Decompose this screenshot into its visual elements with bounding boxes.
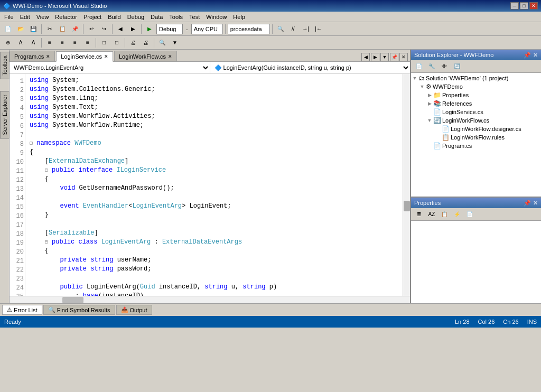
tb2-btn9[interactable]: □ [111,38,123,48]
platform-dropdown[interactable]: Any CPU [191,24,223,34]
menu-help[interactable]: Help [230,13,248,21]
toolbox-tab[interactable]: Toolbox [0,52,10,79]
tree-properties[interactable]: ▶ 📁 Properties [412,91,540,99]
props-property-pages[interactable]: 📄 [464,209,475,220]
expand-properties[interactable]: ▶ [427,92,432,98]
cut-button[interactable]: ✂ [44,24,55,34]
menu-edit[interactable]: Edit [17,13,33,21]
code-content[interactable]: using System; using System.Collections.G… [25,74,403,296]
redo-button[interactable]: ↪ [98,24,110,34]
tab-loginservice-cs-close[interactable]: ✕ [104,54,108,59]
se-refresh-btn[interactable]: 🔄 [451,61,463,72]
indent-button[interactable]: →| [300,24,312,34]
output-tab[interactable]: 📤 Output [116,305,152,315]
navigate-forward-button[interactable]: ▶ [127,24,139,34]
se-props-btn[interactable]: 🔧 [426,61,437,72]
open-file-button[interactable]: 📂 [15,24,26,34]
status-ln: Ln 28 [455,319,470,325]
error-list-tab[interactable]: ⚠ Error List [2,305,42,315]
expand-solution[interactable]: ▼ [412,76,417,81]
tab-loginworkflow-cs[interactable]: LoginWorkFlow.cs ✕ [114,51,177,61]
menu-build[interactable]: Build [105,13,124,21]
tb2-btn4[interactable]: ≡ [44,38,55,48]
props-categorized[interactable]: ≣ [413,209,425,220]
save-button[interactable]: 💾 [27,24,39,34]
tree-solution[interactable]: ▼ 🗂 Solution 'WWFDemo' (1 project) [412,74,540,82]
editor-hscroll[interactable] [10,296,410,303]
tree-loginworkflow[interactable]: ▼ 🔄 LoginWorkFlow.cs [412,116,540,125]
window-title: WWFDemo - Microsoft Visual Studio [13,3,107,9]
menu-tools[interactable]: Tools [166,13,186,21]
tb2-btn2[interactable]: A [15,38,26,48]
new-file-button[interactable]: 📄 [2,24,14,34]
tab-scroll-left[interactable]: ◀ [361,53,370,61]
restore-button[interactable]: □ [520,2,528,10]
minimize-button[interactable]: ─ [510,2,519,10]
menu-view[interactable]: View [33,13,52,21]
tree-program[interactable]: 📄 Program.cs [412,142,540,150]
tb2-btn10[interactable]: 🖨 [127,38,139,48]
props-alphabetical[interactable]: AZ [426,209,437,220]
tree-project[interactable]: ▼ ⚙ WWFDemo [412,82,540,91]
se-show-all-btn[interactable]: 👁 [439,61,450,72]
tab-dropdown[interactable]: ▼ [380,53,389,61]
vscroll-thumb[interactable] [404,201,410,211]
menu-data[interactable]: Data [147,13,166,21]
tab-program-cs-close[interactable]: ✕ [46,54,50,59]
start-debug-button[interactable]: ▶ [144,24,155,34]
config-dropdown[interactable]: Debug [156,24,183,34]
tb2-btn12[interactable]: 🔍 [156,38,168,48]
editor-scrollbar[interactable] [403,74,410,296]
menu-window[interactable]: Window [203,13,230,21]
props-close[interactable]: ✕ [533,200,538,207]
paste-button[interactable]: 📌 [69,24,81,34]
expand-loginworkflow[interactable]: ▼ [427,118,432,123]
tree-loginworkflow-rules[interactable]: 📋 LoginWorkFlow.rules [412,133,540,142]
props-show-events[interactable]: ⚡ [451,209,463,220]
props-show-props[interactable]: 📋 [439,209,450,220]
menu-test[interactable]: Test [186,13,203,21]
tree-references[interactable]: ▶ 📚 References [412,99,540,108]
tb2-btn11[interactable]: 🖨 [140,38,152,48]
props-auto-hide[interactable]: 📌 [524,200,531,207]
menu-file[interactable]: File [1,13,17,21]
outdent-button[interactable]: |← [313,24,324,34]
tb2-btn5[interactable]: ≡ [57,38,68,48]
tab-pin[interactable]: 📌 [390,53,398,61]
class-dropdown[interactable]: WWFDemo.LoginEventArg [10,62,210,73]
member-dropdown[interactable]: 🔷 LoginEventArg(Guid instanceID, string … [210,62,411,73]
find-symbol-icon: 🔍 [48,306,55,313]
se-new-btn[interactable]: 📄 [413,61,425,72]
hscroll-thumb[interactable] [62,297,83,303]
panel-close[interactable]: ✕ [533,52,538,59]
server-explorer-tab[interactable]: Server Explorer [0,91,10,138]
menu-project[interactable]: Project [80,13,105,21]
tab-loginworkflow-cs-close[interactable]: ✕ [168,54,172,59]
find-symbol-tab[interactable]: 🔍 Find Symbol Results [43,305,115,315]
navigate-back-button[interactable]: ◀ [115,24,126,34]
tree-loginservice[interactable]: 📄 LoginService.cs [412,108,540,116]
bottom-tabs: ⚠ Error List 🔍 Find Symbol Results 📤 Out… [0,303,541,316]
undo-button[interactable]: ↩ [86,24,97,34]
tb2-btn1[interactable]: ⊕ [2,38,14,48]
close-button[interactable]: ✕ [529,2,538,10]
tab-scroll-right[interactable]: ▶ [371,53,379,61]
tb2-btn3[interactable]: A [27,38,39,48]
process-dropdown[interactable]: processdata [228,24,270,34]
tb2-btn7[interactable]: ≡ [82,38,94,48]
tab-close-all[interactable]: ✕ [399,53,408,61]
tab-program-cs[interactable]: Program.cs ✕ [10,51,55,61]
expand-project[interactable]: ▼ [419,84,425,89]
tree-loginworkflow-designer[interactable]: 📄 LoginWorkFlow.designer.cs [412,125,540,133]
menu-debug[interactable]: Debug [124,13,147,21]
copy-button[interactable]: 📋 [57,24,68,34]
tb2-btn6[interactable]: ≡ [69,38,81,48]
panel-auto-hide[interactable]: 📌 [524,52,531,59]
expand-references[interactable]: ▶ [427,101,432,106]
comment-button[interactable]: // [287,24,299,34]
tab-loginservice-cs[interactable]: LoginService.cs ✕ [56,51,113,62]
tb2-dropdown-arrow[interactable]: ▼ [169,38,181,48]
tb2-btn8[interactable]: □ [98,38,110,48]
menu-refactor[interactable]: Refactor [52,13,80,21]
find-button[interactable]: 🔍 [275,24,286,34]
